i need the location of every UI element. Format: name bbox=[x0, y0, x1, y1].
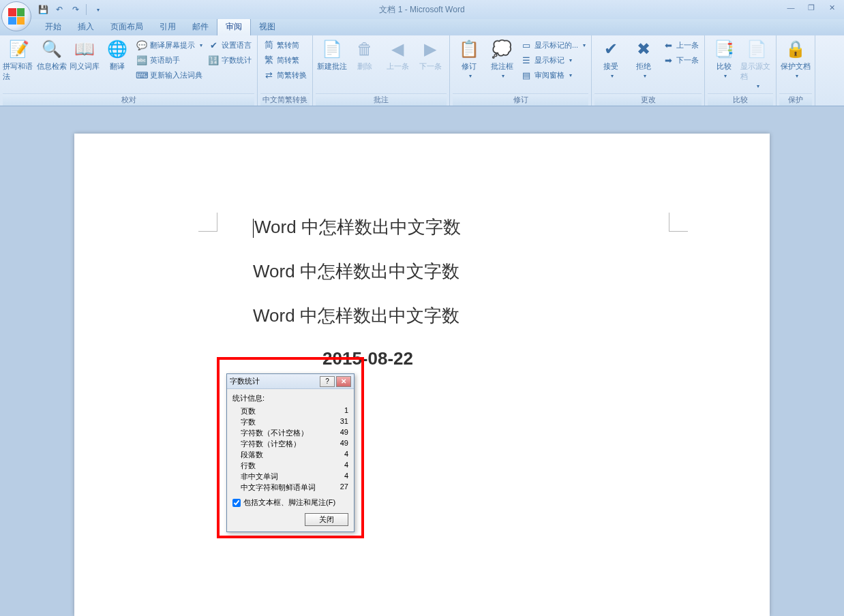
track-icon: 📋 bbox=[458, 38, 480, 60]
next-change-button[interactable]: ➡下一条 bbox=[660, 53, 702, 67]
stat-value: 31 bbox=[340, 417, 348, 427]
tab-page-layout[interactable]: 页面布局 bbox=[102, 18, 151, 35]
translate-tip-button[interactable]: 💬翻译屏幕提示 bbox=[134, 38, 205, 52]
document-area[interactable]: Word 中怎样数出中文字数 Word 中怎样数出中文字数 Word 中怎样数出… bbox=[0, 106, 844, 616]
tab-mailings[interactable]: 邮件 bbox=[184, 18, 217, 35]
next-comment-label: 下一条 bbox=[419, 61, 442, 72]
translate-label: 翻译 bbox=[110, 61, 125, 72]
new-comment-label: 新建批注 bbox=[317, 61, 347, 72]
word-count-icon: 🔢 bbox=[208, 55, 219, 65]
research-button[interactable]: 🔍 信息检索 bbox=[35, 37, 68, 73]
group-proofing: 📝 拼写和语法 🔍 信息检索 📖 同义词库 🌐 翻译 💬翻译屏幕提示 🔤英语助手… bbox=[0, 35, 258, 106]
checkbox-input[interactable] bbox=[232, 499, 241, 507]
compare-button[interactable]: 📑比较 bbox=[708, 37, 740, 80]
group-protect-label: 保护 bbox=[779, 93, 812, 106]
spell-check-icon: 📝 bbox=[8, 38, 30, 60]
stat-label: 页数 bbox=[241, 406, 256, 416]
tc2sc-label: 简转繁 bbox=[277, 55, 299, 65]
convert-icon: ⇄ bbox=[263, 70, 274, 80]
redo-icon[interactable]: ↷ bbox=[70, 3, 82, 16]
next-comment-button[interactable]: ▶下一条 bbox=[414, 37, 447, 73]
thesaurus-button[interactable]: 📖 同义词库 bbox=[68, 37, 101, 73]
balloons-label: 批注框 bbox=[491, 61, 513, 72]
dialog-heading: 统计信息: bbox=[232, 393, 348, 403]
ime-icon: ⌨ bbox=[136, 70, 147, 80]
translate-button[interactable]: 🌐 翻译 bbox=[101, 37, 134, 73]
title-bar: 💾 ↶ ↷ 文档 1 - Microsoft Word — ❐ ✕ bbox=[0, 0, 844, 19]
tooltip-icon: 💬 bbox=[136, 40, 147, 50]
thesaurus-label: 同义词库 bbox=[70, 61, 100, 72]
delete-comment-button[interactable]: 🗑删除 bbox=[348, 37, 381, 73]
tab-insert[interactable]: 插入 bbox=[70, 18, 102, 35]
track-changes-button[interactable]: 📋修订 bbox=[453, 37, 485, 80]
sc2tc-icon: 简 bbox=[263, 40, 274, 50]
minimize-button[interactable]: — bbox=[781, 1, 800, 14]
show-markup-button[interactable]: ☰显示标记 bbox=[518, 53, 588, 67]
set-language-button[interactable]: ✔设置语言 bbox=[205, 38, 254, 52]
include-footnotes-checkbox[interactable]: 包括文本框、脚注和尾注(F) bbox=[232, 497, 348, 508]
tab-references[interactable]: 引用 bbox=[151, 18, 184, 35]
tc2sc-button[interactable]: 繁简转繁 bbox=[260, 53, 310, 67]
dialog-title: 字数统计 bbox=[230, 376, 318, 386]
margin-corner-tl bbox=[198, 213, 217, 232]
reviewing-pane-button[interactable]: ▤审阅窗格 bbox=[518, 68, 588, 82]
document-page[interactable]: Word 中怎样数出中文字数 Word 中怎样数出中文字数 Word 中怎样数出… bbox=[74, 134, 770, 616]
dialog-help-button[interactable]: ? bbox=[320, 376, 335, 387]
prev-comment-button[interactable]: ◀上一条 bbox=[381, 37, 414, 73]
update-ime-button[interactable]: ⌨更新输入法词典 bbox=[134, 68, 205, 82]
stat-row: 字数31 bbox=[232, 417, 348, 428]
group-tracking-label: 修订 bbox=[453, 93, 588, 106]
new-comment-icon: 📄 bbox=[321, 38, 343, 60]
office-button[interactable] bbox=[1, 1, 31, 31]
office-logo-icon bbox=[8, 8, 25, 25]
accept-label: 接受 bbox=[603, 61, 618, 72]
new-comment-button[interactable]: 📄新建批注 bbox=[316, 37, 348, 73]
spell-grammar-button[interactable]: 📝 拼写和语法 bbox=[3, 37, 35, 83]
stat-value: 27 bbox=[340, 482, 348, 493]
sc2tc-button[interactable]: 简繁转简 bbox=[260, 38, 310, 52]
stat-label: 行数 bbox=[241, 461, 256, 471]
next-icon: ▶ bbox=[419, 38, 441, 60]
dialog-body: 统计信息: 页数1 字数31 字符数（不计空格）49 字符数（计空格）49 段落… bbox=[227, 389, 354, 532]
update-ime-label: 更新输入法词典 bbox=[150, 70, 202, 80]
group-tracking: 📋修订 💭批注框 ▭显示标记的... ☰显示标记 ▤审阅窗格 修订 bbox=[450, 35, 592, 106]
group-comments: 📄新建批注 🗑删除 ◀上一条 ▶下一条 批注 bbox=[313, 35, 450, 106]
english-helper-button[interactable]: 🔤英语助手 bbox=[134, 53, 205, 67]
dialog-close-button[interactable]: ✕ bbox=[336, 376, 351, 387]
display-markup-button[interactable]: ▭显示标记的... bbox=[518, 38, 588, 52]
undo-icon[interactable]: ↶ bbox=[53, 3, 65, 16]
save-icon[interactable]: 💾 bbox=[37, 3, 49, 16]
delete-icon: 🗑 bbox=[354, 38, 376, 60]
qat-customize-icon[interactable] bbox=[91, 3, 103, 16]
convert-button[interactable]: ⇄简繁转换 bbox=[260, 68, 310, 82]
word-count-button[interactable]: 🔢字数统计 bbox=[205, 53, 254, 67]
dialog-titlebar[interactable]: 字数统计 ? ✕ bbox=[227, 374, 354, 389]
protect-doc-button[interactable]: 🔒保护文档 bbox=[779, 37, 812, 80]
reject-button[interactable]: ✖拒绝 bbox=[627, 37, 660, 80]
tab-home[interactable]: 开始 bbox=[37, 18, 70, 35]
tab-view[interactable]: 视图 bbox=[251, 18, 284, 35]
thesaurus-icon: 📖 bbox=[74, 38, 95, 60]
accept-icon: ✔ bbox=[600, 38, 622, 60]
stat-label: 段落数 bbox=[241, 450, 263, 460]
english-helper-label: 英语助手 bbox=[150, 55, 180, 65]
maximize-button[interactable]: ❐ bbox=[802, 1, 821, 14]
track-label: 修订 bbox=[462, 61, 477, 72]
dialog-close-ok-button[interactable]: 关闭 bbox=[305, 513, 348, 526]
balloons-button[interactable]: 💭批注框 bbox=[485, 37, 518, 80]
compare-icon: 📑 bbox=[713, 38, 735, 60]
group-chinese-label: 中文简繁转换 bbox=[260, 93, 310, 106]
accept-button[interactable]: ✔接受 bbox=[594, 37, 627, 80]
prev-change-button[interactable]: ⬅上一条 bbox=[660, 38, 702, 52]
stat-row: 段落数4 bbox=[232, 450, 348, 461]
close-button[interactable]: ✕ bbox=[822, 1, 841, 14]
stat-row: 非中文单词4 bbox=[232, 472, 348, 482]
source-doc-button[interactable]: 📄显示源文档 bbox=[740, 37, 773, 91]
stat-row: 字符数（不计空格）49 bbox=[232, 428, 348, 439]
prev-change-icon: ⬅ bbox=[663, 40, 674, 50]
tab-review[interactable]: 审阅 bbox=[217, 18, 251, 35]
display-markup-label: 显示标记的... bbox=[534, 40, 578, 50]
stat-row: 行数4 bbox=[232, 461, 348, 472]
balloon-icon: 💭 bbox=[491, 38, 513, 60]
translate-icon: 🌐 bbox=[106, 38, 128, 60]
